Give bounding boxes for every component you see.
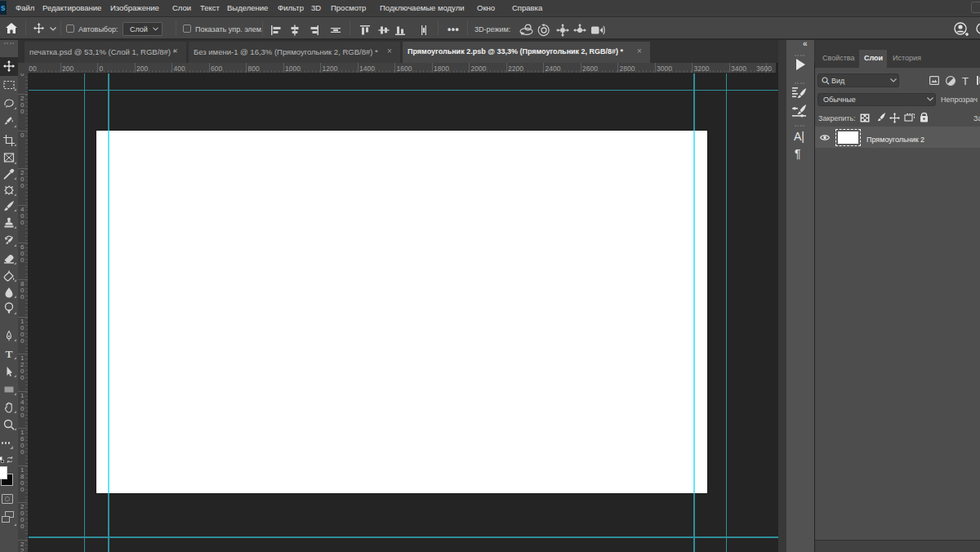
svg-text:T: T [5,348,12,360]
